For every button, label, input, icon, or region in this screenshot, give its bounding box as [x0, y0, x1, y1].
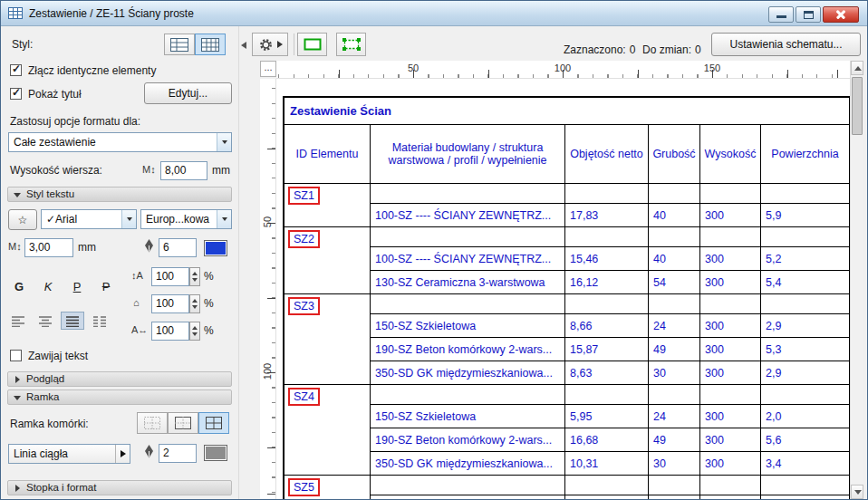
scroll-down-button[interactable]: [851, 485, 863, 499]
letter-spacing-input[interactable]: 100: [151, 322, 189, 341]
material-cell[interactable]: 150-SZ Szkieletowa: [371, 313, 565, 337]
frame-pen-input[interactable]: 2: [159, 444, 197, 463]
favorites-button[interactable]: ☆: [8, 209, 37, 230]
area-cell[interactable]: 5,2: [761, 246, 849, 270]
area-cell[interactable]: 5,6: [761, 428, 849, 451]
underline-button[interactable]: P: [64, 278, 90, 296]
merge-identical-checkbox[interactable]: ✓: [10, 64, 22, 76]
panel-collapse-arrow[interactable]: [241, 42, 246, 49]
ruler-options-button[interactable]: ...: [260, 61, 276, 77]
section-frame[interactable]: Ramka: [7, 389, 232, 405]
minimize-button[interactable]: [768, 6, 794, 23]
area-cell[interactable]: 2,0: [761, 404, 849, 428]
thickness-cell[interactable]: 30: [649, 361, 700, 384]
thickness-cell[interactable]: 24: [649, 404, 700, 428]
text-pen-input[interactable]: 6: [159, 238, 197, 257]
row-height-input[interactable]: 8,00: [160, 161, 207, 180]
thickness-cell[interactable]: 24: [649, 313, 700, 337]
area-cell[interactable]: 5,9: [761, 203, 849, 226]
maximize-button[interactable]: [796, 6, 821, 23]
material-cell[interactable]: 350-SD GK międzymieszkaniowa...: [371, 451, 565, 475]
material-cell[interactable]: 350-SD GK międzymieszkaniowa...: [371, 361, 565, 384]
table-title[interactable]: Zestawienie Ścian: [285, 98, 849, 125]
width-factor-input[interactable]: 100: [151, 294, 189, 313]
volume-cell[interactable]: 16,68: [565, 428, 649, 451]
schedule-canvas[interactable]: Zestawienie Ścian ID Elementu Materiał b…: [276, 79, 850, 499]
bold-button[interactable]: G: [6, 278, 32, 296]
edit-title-button[interactable]: Edytuj...: [144, 82, 232, 104]
width-factor-stepper[interactable]: [189, 294, 200, 313]
area-cell[interactable]: 3,4: [761, 451, 849, 475]
chevron-down-icon[interactable]: [217, 133, 231, 151]
line-type-select[interactable]: Linia ciągła: [8, 444, 130, 464]
scheme-settings-popup-button[interactable]: [252, 33, 288, 56]
thickness-cell[interactable]: 54: [649, 270, 700, 293]
align-distribute-button[interactable]: [88, 312, 111, 330]
height-cell[interactable]: 300: [700, 451, 761, 475]
text-color-swatch[interactable]: [204, 240, 227, 256]
edit-zone-button[interactable]: [336, 33, 366, 56]
height-cell[interactable]: 300: [700, 313, 761, 337]
column-header[interactable]: Powierzchnia: [761, 125, 849, 183]
font-size-input[interactable]: 3,00: [24, 238, 73, 257]
column-header[interactable]: Grubość: [649, 125, 700, 183]
style-option-2-button[interactable]: [195, 34, 226, 55]
thickness-cell[interactable]: 40: [649, 203, 700, 226]
volume-cell[interactable]: 15,87: [565, 337, 649, 361]
area-cell[interactable]: 2,3: [761, 495, 849, 499]
height-cell[interactable]: 300: [700, 428, 761, 451]
material-cell[interactable]: 190-SZ Beton komórkowy 2-wars...: [371, 337, 565, 361]
italic-button[interactable]: K: [35, 278, 61, 296]
select-zone-button[interactable]: [297, 33, 327, 56]
height-cell[interactable]: 300: [700, 495, 761, 499]
height-cell[interactable]: 300: [700, 361, 761, 384]
height-cell[interactable]: 300: [700, 404, 761, 428]
material-cell[interactable]: 150-SZ Szkieletowa: [371, 404, 565, 428]
material-cell[interactable]: 100-SZ ---- ŚCIANY ZEWNĘTRZ...: [371, 203, 565, 226]
frame-color-swatch[interactable]: [204, 445, 227, 461]
area-cell[interactable]: 5,4: [761, 270, 849, 293]
section-text-style[interactable]: Styl tekstu: [7, 187, 232, 202]
frame-none-button[interactable]: [137, 412, 168, 434]
volume-cell[interactable]: 15,46: [565, 246, 649, 270]
align-left-button[interactable]: [6, 312, 30, 330]
column-header[interactable]: Objętość netto: [565, 125, 649, 183]
strikethrough-button[interactable]: P: [93, 278, 119, 296]
height-cell[interactable]: 300: [700, 203, 761, 226]
section-preview[interactable]: Podgląd: [7, 371, 232, 387]
show-title-checkbox[interactable]: ✓: [10, 88, 22, 100]
volume-cell[interactable]: 6,91: [565, 495, 649, 499]
scheme-settings-button[interactable]: Ustawienia schematu...: [711, 33, 861, 56]
chevron-down-icon[interactable]: [217, 210, 231, 228]
encoding-select[interactable]: Europ...kowa: [140, 209, 232, 229]
section-footer-format[interactable]: Stopka i format: [7, 480, 232, 495]
element-id-badge[interactable]: SZ5: [288, 478, 320, 496]
align-center-button[interactable]: [34, 312, 57, 330]
volume-cell[interactable]: 8,63: [565, 361, 649, 384]
column-header[interactable]: ID Elementu: [285, 125, 371, 183]
material-cell[interactable]: 190-SZ Beton komórkowy 2-wars...: [371, 428, 565, 451]
height-cell[interactable]: 300: [700, 337, 761, 361]
element-id-badge[interactable]: SZ4: [288, 388, 320, 406]
font-select[interactable]: ✓Arial: [41, 209, 137, 229]
area-cell[interactable]: 2,9: [761, 313, 849, 337]
frame-outer-button[interactable]: [168, 412, 198, 434]
thickness-cell[interactable]: 49: [649, 428, 700, 451]
area-cell[interactable]: 5,3: [761, 337, 849, 361]
element-id-badge[interactable]: SZ1: [288, 187, 320, 205]
element-id-badge[interactable]: SZ3: [288, 297, 320, 315]
vertical-scrollbar[interactable]: [850, 61, 863, 499]
style-option-1-button[interactable]: [164, 34, 195, 55]
material-cell[interactable]: 100-SZ ---- ŚCIANY ZEWNĘTRZ...: [371, 246, 565, 270]
thickness-cell[interactable]: 24: [649, 495, 700, 499]
horizontal-ruler[interactable]: 50 100 150: [276, 61, 850, 79]
wrap-text-checkbox[interactable]: [10, 350, 22, 361]
material-cell[interactable]: 150-SZ Szkieletowa: [371, 495, 565, 499]
height-cell[interactable]: 300: [700, 270, 761, 293]
volume-cell[interactable]: 16,12: [565, 270, 649, 293]
format-scope-select[interactable]: Całe zestawienie: [8, 132, 232, 152]
letter-spacing-stepper[interactable]: [189, 322, 200, 341]
thickness-cell[interactable]: 49: [649, 337, 700, 361]
chevron-down-icon[interactable]: [121, 210, 136, 228]
volume-cell[interactable]: 10,31: [565, 451, 649, 475]
